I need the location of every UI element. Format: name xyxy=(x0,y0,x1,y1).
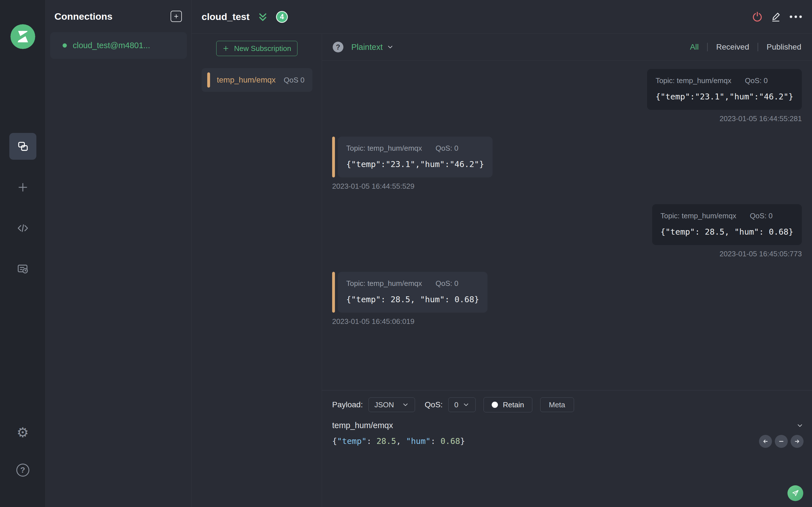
collapse-chevrons-icon[interactable] xyxy=(257,11,269,23)
qos-select[interactable]: 0 xyxy=(448,397,475,412)
edit-connection-button[interactable] xyxy=(770,11,783,23)
chevron-down-icon[interactable] xyxy=(796,422,804,429)
message-bubble-wrap: Topic: temp_hum/emqx QoS: 0 {"temp":"23.… xyxy=(332,136,493,177)
pencil-icon xyxy=(770,11,782,23)
editor-token: "hum" xyxy=(406,436,430,446)
chevron-down-icon xyxy=(402,401,409,408)
message-meta: Topic: temp_hum/emqx QoS: 0 xyxy=(661,212,794,220)
more-options-button[interactable] xyxy=(790,11,802,23)
message-topic: Topic: temp_hum/emqx xyxy=(661,212,737,220)
message-payload: {"temp":"23.1","hum":"46.2"} xyxy=(346,159,484,169)
payload-type-help-icon[interactable]: ? xyxy=(333,42,343,52)
connection-header: cloud_test 4 xyxy=(192,0,812,34)
disconnect-button[interactable] xyxy=(751,11,763,23)
message-timestamp: 2023-01-05 16:44:55:529 xyxy=(332,182,414,191)
message-received: Topic: temp_hum/emqx QoS: 0 {"temp": 28.… xyxy=(332,272,802,326)
message-timestamp: 2023-01-05 16:45:06:019 xyxy=(332,317,414,326)
subscription-color-bar xyxy=(207,72,210,88)
message-payload: {"temp": 28.5, "hum": 0.68} xyxy=(661,227,794,237)
connections-list: cloud_test@m4801... xyxy=(46,32,192,59)
message-qos: QoS: 0 xyxy=(436,144,458,153)
mqttx-app: ⚙ ? Connections cloud_test@m4801... clou… xyxy=(0,0,812,507)
add-connection-button[interactable] xyxy=(170,11,182,22)
mqttx-logo-icon xyxy=(10,24,35,49)
qos-value: 0 xyxy=(454,400,458,409)
message-qos: QoS: 0 xyxy=(436,279,458,288)
message-filters: All Received Published xyxy=(690,43,801,52)
connection-item[interactable]: cloud_test@m4801... xyxy=(50,32,187,59)
message-color-bar xyxy=(332,136,335,177)
meta-button[interactable]: Meta xyxy=(540,397,574,412)
sidebar-item-script[interactable] xyxy=(9,215,36,241)
message-qos: QoS: 0 xyxy=(750,212,772,220)
app-sidebar: ⚙ ? xyxy=(0,0,46,507)
connection-name: cloud_test@m4801... xyxy=(73,41,150,50)
messages-column: ? Plaintext All Received Published xyxy=(322,34,812,507)
message-bubble[interactable]: Topic: temp_hum/emqx QoS: 0 {"temp": 28.… xyxy=(652,204,802,245)
editor-token: : xyxy=(366,436,376,446)
publish-area: Payload: JSON QoS: 0 xyxy=(322,390,812,507)
send-button[interactable] xyxy=(788,485,803,501)
message-qos: QoS: 0 xyxy=(745,76,768,85)
message-bubble[interactable]: Topic: temp_hum/emqx QoS: 0 {"temp":"23.… xyxy=(647,69,802,110)
plus-icon xyxy=(17,181,29,193)
settings-icon[interactable]: ⚙ xyxy=(17,426,29,439)
connections-panel-header: Connections xyxy=(46,0,192,22)
filter-all[interactable]: All xyxy=(690,43,699,52)
sidebar-nav xyxy=(9,133,36,282)
message-bubble[interactable]: Topic: temp_hum/emqx QoS: 0 {"temp": 28.… xyxy=(338,272,488,313)
subscriptions-column: New Subscription temp_hum/emqx QoS 0 xyxy=(192,34,322,507)
messages-toolbar: ? Plaintext All Received Published xyxy=(322,34,812,61)
message-published: Topic: temp_hum/emqx QoS: 0 {"temp": 28.… xyxy=(332,204,802,258)
plus-icon xyxy=(173,13,180,20)
log-icon xyxy=(17,263,29,275)
qos-label: QoS: xyxy=(424,400,443,409)
plus-icon xyxy=(222,45,230,52)
connections-title: Connections xyxy=(54,11,112,22)
send-icon xyxy=(791,489,800,497)
chevron-down-icon[interactable] xyxy=(387,43,394,51)
new-subscription-button[interactable]: New Subscription xyxy=(216,41,297,56)
message-topic: Topic: temp_hum/emqx xyxy=(346,144,422,153)
history-next-button[interactable] xyxy=(791,435,804,448)
payload-format-select[interactable]: JSON xyxy=(368,397,415,412)
sidebar-item-log[interactable] xyxy=(9,256,36,282)
payload-editor[interactable]: {"temp": 28.5, "hum": 0.68} xyxy=(322,436,812,446)
main-area: cloud_test 4 xyxy=(192,0,812,507)
publish-toolbar: Payload: JSON QoS: 0 xyxy=(322,390,812,412)
message-payload: {"temp": 28.5, "hum": 0.68} xyxy=(346,295,479,304)
sidebar-footer: ⚙ ? xyxy=(16,426,29,476)
retain-toggle[interactable]: Retain xyxy=(484,397,532,412)
help-icon[interactable]: ? xyxy=(16,464,29,476)
payload-history-nav xyxy=(759,435,804,448)
editor-token: , xyxy=(396,436,406,446)
filter-published[interactable]: Published xyxy=(767,43,801,52)
message-timestamp: 2023-01-05 16:44:55:281 xyxy=(719,114,802,123)
subscription-item[interactable]: temp_hum/emqx QoS 0 xyxy=(202,68,312,92)
connection-status-dot xyxy=(63,43,67,48)
message-received: Topic: temp_hum/emqx QoS: 0 {"temp":"23.… xyxy=(332,136,802,191)
editor-token: } xyxy=(460,436,465,446)
topic-input[interactable]: temp_hum/emqx xyxy=(332,421,393,430)
filter-received[interactable]: Received xyxy=(716,43,749,52)
message-payload: {"temp":"23.1","hum":"46.2"} xyxy=(656,92,794,101)
editor-token: { xyxy=(332,436,337,446)
subscription-topic: temp_hum/emqx xyxy=(217,75,276,84)
chevron-down-icon xyxy=(462,401,470,408)
arrow-right-icon xyxy=(793,437,801,446)
code-icon xyxy=(17,222,29,234)
history-clear-button[interactable] xyxy=(775,435,788,448)
message-published: Topic: temp_hum/emqx QoS: 0 {"temp":"23.… xyxy=(332,69,802,123)
message-meta: Topic: temp_hum/emqx QoS: 0 xyxy=(656,76,794,85)
history-prev-button[interactable] xyxy=(759,435,772,448)
connections-panel: Connections cloud_test@m4801... xyxy=(46,0,192,507)
sidebar-item-new-connection[interactable] xyxy=(9,174,36,201)
sidebar-item-connections[interactable] xyxy=(9,133,36,160)
ellipsis-icon xyxy=(790,15,802,18)
filter-separator xyxy=(758,43,758,51)
editor-token: : xyxy=(430,436,441,446)
message-bubble[interactable]: Topic: temp_hum/emqx QoS: 0 {"temp":"23.… xyxy=(338,136,493,177)
header-actions xyxy=(751,11,802,23)
payload-type-dropdown[interactable]: Plaintext xyxy=(351,43,383,52)
editor-token: "temp" xyxy=(337,436,366,446)
